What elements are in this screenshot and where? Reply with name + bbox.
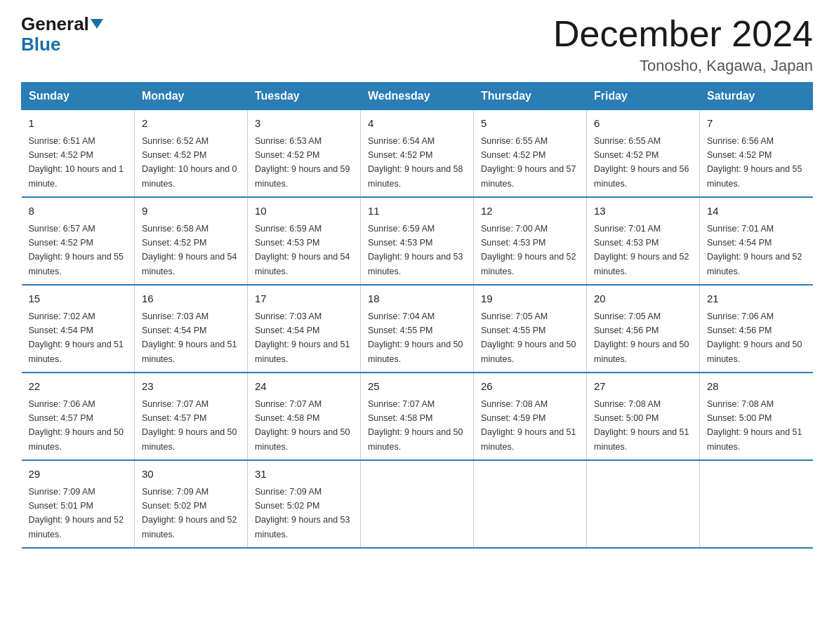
- calendar-cell: 26Sunrise: 7:08 AMSunset: 4:59 PMDayligh…: [474, 373, 587, 460]
- logo-general: General: [21, 13, 89, 34]
- calendar-cell: 19Sunrise: 7:05 AMSunset: 4:55 PMDayligh…: [474, 285, 587, 373]
- calendar-cell: 24Sunrise: 7:07 AMSunset: 4:58 PMDayligh…: [248, 373, 361, 460]
- day-number: 11: [368, 203, 466, 220]
- day-number: 14: [707, 203, 806, 220]
- day-info: Sunrise: 7:04 AMSunset: 4:55 PMDaylight:…: [368, 311, 463, 364]
- day-number: 5: [481, 116, 579, 132]
- day-info: Sunrise: 7:01 AMSunset: 4:54 PMDaylight:…: [707, 224, 802, 276]
- weekday-header-sunday: Sunday: [22, 83, 135, 110]
- day-info: Sunrise: 7:05 AMSunset: 4:55 PMDaylight:…: [481, 311, 576, 364]
- day-number: 26: [481, 379, 579, 395]
- weekday-header-thursday: Thursday: [474, 83, 587, 110]
- day-info: Sunrise: 6:58 AMSunset: 4:52 PMDaylight:…: [142, 224, 237, 276]
- weekday-header-friday: Friday: [587, 83, 700, 110]
- day-info: Sunrise: 7:05 AMSunset: 4:56 PMDaylight:…: [594, 311, 689, 364]
- day-number: 6: [594, 116, 692, 132]
- day-info: Sunrise: 7:09 AMSunset: 5:01 PMDaylight:…: [29, 487, 124, 539]
- calendar-cell: 30Sunrise: 7:09 AMSunset: 5:02 PMDayligh…: [135, 460, 248, 548]
- day-number: 18: [368, 291, 466, 307]
- calendar-cell: 14Sunrise: 7:01 AMSunset: 4:54 PMDayligh…: [700, 197, 813, 285]
- calendar-cell: 17Sunrise: 7:03 AMSunset: 4:54 PMDayligh…: [248, 285, 361, 373]
- day-number: 30: [142, 467, 240, 483]
- day-number: 9: [142, 203, 240, 220]
- day-info: Sunrise: 7:07 AMSunset: 4:57 PMDaylight:…: [142, 399, 237, 452]
- day-number: 15: [29, 291, 128, 307]
- day-number: 16: [142, 291, 240, 307]
- calendar-cell: 12Sunrise: 7:00 AMSunset: 4:53 PMDayligh…: [474, 197, 587, 285]
- day-number: 25: [368, 379, 466, 395]
- day-number: 28: [707, 379, 806, 395]
- calendar-cell: 6Sunrise: 6:55 AMSunset: 4:52 PMDaylight…: [587, 110, 700, 198]
- day-info: Sunrise: 6:55 AMSunset: 4:52 PMDaylight:…: [481, 136, 576, 189]
- day-info: Sunrise: 7:01 AMSunset: 4:53 PMDaylight:…: [594, 224, 689, 276]
- calendar-cell: [700, 460, 813, 548]
- location: Tonosho, Kagawa, Japan: [553, 57, 813, 75]
- calendar-week-row: 1Sunrise: 6:51 AMSunset: 4:52 PMDaylight…: [22, 110, 813, 198]
- calendar-cell: 3Sunrise: 6:53 AMSunset: 4:52 PMDaylight…: [248, 110, 361, 198]
- day-info: Sunrise: 7:08 AMSunset: 4:59 PMDaylight:…: [481, 399, 576, 452]
- calendar-week-row: 15Sunrise: 7:02 AMSunset: 4:54 PMDayligh…: [22, 285, 813, 373]
- calendar-cell: 15Sunrise: 7:02 AMSunset: 4:54 PMDayligh…: [22, 285, 135, 373]
- day-info: Sunrise: 7:06 AMSunset: 4:56 PMDaylight:…: [707, 311, 802, 364]
- day-info: Sunrise: 7:02 AMSunset: 4:54 PMDaylight:…: [29, 311, 124, 364]
- day-info: Sunrise: 7:09 AMSunset: 5:02 PMDaylight:…: [142, 487, 237, 539]
- logo: General Blue: [21, 14, 103, 54]
- day-info: Sunrise: 7:07 AMSunset: 4:58 PMDaylight:…: [255, 399, 350, 452]
- month-title: December 2024: [553, 14, 813, 54]
- weekday-header-tuesday: Tuesday: [248, 83, 361, 110]
- day-number: 27: [594, 379, 692, 395]
- calendar-cell: [361, 460, 474, 548]
- calendar-cell: 5Sunrise: 6:55 AMSunset: 4:52 PMDaylight…: [474, 110, 587, 198]
- calendar-week-row: 8Sunrise: 6:57 AMSunset: 4:52 PMDaylight…: [22, 197, 813, 285]
- day-number: 10: [255, 203, 353, 220]
- day-number: 20: [594, 291, 692, 307]
- calendar-cell: 28Sunrise: 7:08 AMSunset: 5:00 PMDayligh…: [700, 373, 813, 460]
- calendar-cell: 4Sunrise: 6:54 AMSunset: 4:52 PMDaylight…: [361, 110, 474, 198]
- day-number: 8: [29, 203, 128, 220]
- calendar-cell: [587, 460, 700, 548]
- calendar-week-row: 22Sunrise: 7:06 AMSunset: 4:57 PMDayligh…: [22, 373, 813, 460]
- calendar-cell: 22Sunrise: 7:06 AMSunset: 4:57 PMDayligh…: [22, 373, 135, 460]
- calendar-cell: 21Sunrise: 7:06 AMSunset: 4:56 PMDayligh…: [700, 285, 813, 373]
- day-number: 19: [481, 291, 579, 307]
- calendar-cell: 20Sunrise: 7:05 AMSunset: 4:56 PMDayligh…: [587, 285, 700, 373]
- day-info: Sunrise: 7:03 AMSunset: 4:54 PMDaylight:…: [142, 311, 237, 364]
- day-info: Sunrise: 7:08 AMSunset: 5:00 PMDaylight:…: [707, 399, 802, 452]
- day-info: Sunrise: 7:09 AMSunset: 5:02 PMDaylight:…: [255, 487, 350, 539]
- day-info: Sunrise: 7:06 AMSunset: 4:57 PMDaylight:…: [29, 399, 124, 452]
- day-info: Sunrise: 6:52 AMSunset: 4:52 PMDaylight:…: [142, 136, 237, 189]
- logo-blue: Blue: [21, 34, 60, 55]
- calendar-table: SundayMondayTuesdayWednesdayThursdayFrid…: [21, 82, 813, 549]
- day-number: 24: [255, 379, 353, 395]
- title-block: December 2024 Tonosho, Kagawa, Japan: [553, 14, 813, 75]
- day-number: 12: [481, 203, 579, 220]
- day-info: Sunrise: 6:55 AMSunset: 4:52 PMDaylight:…: [594, 136, 689, 189]
- day-number: 13: [594, 203, 692, 220]
- weekday-header-row: SundayMondayTuesdayWednesdayThursdayFrid…: [22, 83, 813, 110]
- day-number: 22: [29, 379, 128, 395]
- calendar-cell: 10Sunrise: 6:59 AMSunset: 4:53 PMDayligh…: [248, 197, 361, 285]
- page-header: General Blue December 2024 Tonosho, Kaga…: [21, 14, 813, 75]
- calendar-cell: 27Sunrise: 7:08 AMSunset: 5:00 PMDayligh…: [587, 373, 700, 460]
- calendar-cell: 8Sunrise: 6:57 AMSunset: 4:52 PMDaylight…: [22, 197, 135, 285]
- day-number: 29: [29, 467, 128, 483]
- calendar-cell: 11Sunrise: 6:59 AMSunset: 4:53 PMDayligh…: [361, 197, 474, 285]
- day-info: Sunrise: 7:03 AMSunset: 4:54 PMDaylight:…: [255, 311, 350, 364]
- calendar-cell: [474, 460, 587, 548]
- weekday-header-wednesday: Wednesday: [361, 83, 474, 110]
- day-info: Sunrise: 7:07 AMSunset: 4:58 PMDaylight:…: [368, 399, 463, 452]
- calendar-cell: 25Sunrise: 7:07 AMSunset: 4:58 PMDayligh…: [361, 373, 474, 460]
- day-info: Sunrise: 6:53 AMSunset: 4:52 PMDaylight:…: [255, 136, 350, 189]
- weekday-header-saturday: Saturday: [700, 83, 813, 110]
- day-number: 3: [255, 116, 353, 132]
- day-info: Sunrise: 7:00 AMSunset: 4:53 PMDaylight:…: [481, 224, 576, 276]
- calendar-cell: 9Sunrise: 6:58 AMSunset: 4:52 PMDaylight…: [135, 197, 248, 285]
- day-number: 31: [255, 467, 353, 483]
- day-info: Sunrise: 6:51 AMSunset: 4:52 PMDaylight:…: [29, 136, 124, 189]
- weekday-header-monday: Monday: [135, 83, 248, 110]
- day-number: 1: [29, 116, 128, 132]
- day-info: Sunrise: 6:59 AMSunset: 4:53 PMDaylight:…: [255, 224, 350, 276]
- calendar-cell: 1Sunrise: 6:51 AMSunset: 4:52 PMDaylight…: [22, 110, 135, 198]
- calendar-cell: 13Sunrise: 7:01 AMSunset: 4:53 PMDayligh…: [587, 197, 700, 285]
- calendar-cell: 2Sunrise: 6:52 AMSunset: 4:52 PMDaylight…: [135, 110, 248, 198]
